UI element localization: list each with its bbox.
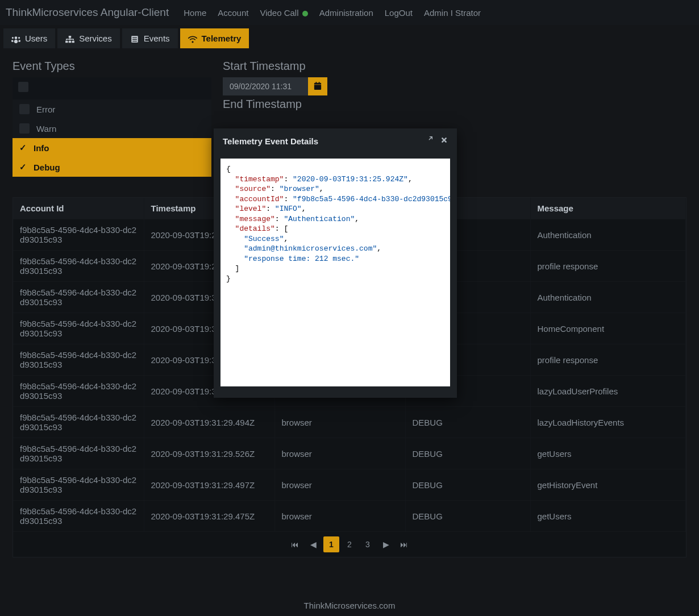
event-type-debug-label: Debug <box>34 163 60 172</box>
table-cell: getUsers <box>530 438 686 469</box>
pager-page-1[interactable]: 1 <box>323 536 339 552</box>
tab-users-label: Users <box>25 34 47 43</box>
event-type-all[interactable] <box>13 77 211 99</box>
tab-services[interactable]: Services <box>57 28 120 48</box>
table-cell: getUsers <box>530 501 686 532</box>
table-row[interactable]: f9b8c5a5-4596-4dc4-b330-dc2d93015c932020… <box>13 407 686 438</box>
table-cell: HomeComponent <box>530 313 686 344</box>
table-cell: 2020-09-03T19:31:29.475Z <box>144 501 274 532</box>
table-cell: DEBUG <box>405 438 530 469</box>
nav-administration[interactable]: Administration <box>315 5 378 21</box>
table-cell: Authentication <box>530 219 686 251</box>
list-icon <box>130 34 139 43</box>
event-type-info-label: Info <box>34 143 49 153</box>
table-cell: browser <box>274 407 405 438</box>
table-row[interactable]: f9b8c5a5-4596-4dc4-b330-dc2d93015c932020… <box>13 501 686 532</box>
top-navbar: ThinkMicroservices Angular-Client Home A… <box>0 0 699 25</box>
table-cell: f9b8c5a5-4596-4dc4-b330-dc2d93015c93 <box>13 251 144 282</box>
wifi-icon <box>188 34 197 43</box>
table-cell: profile response <box>530 251 686 282</box>
checkbox-icon <box>19 123 30 134</box>
nav-logout[interactable]: LogOut <box>380 5 417 21</box>
event-type-error[interactable]: Error <box>13 99 211 119</box>
admin-tabs: Users Services Events Telemetry <box>0 25 699 54</box>
modal-title: Telemetry Event Details <box>223 136 318 146</box>
event-type-warn-label: Warn <box>36 124 56 134</box>
table-cell: browser <box>274 501 405 532</box>
checkbox-icon <box>19 104 30 114</box>
checkbox-icon <box>18 82 28 92</box>
table-cell: browser <box>274 438 405 469</box>
tab-services-label: Services <box>79 34 112 43</box>
nav-account[interactable]: Account <box>213 5 253 21</box>
tab-telemetry-label: Telemetry <box>202 34 242 43</box>
nav-username[interactable]: Admin I Strator <box>419 5 485 21</box>
table-cell: f9b8c5a5-4596-4dc4-b330-dc2d93015c93 <box>13 376 144 407</box>
table-cell: f9b8c5a5-4596-4dc4-b330-dc2d93015c93 <box>13 344 144 376</box>
nav-video-call[interactable]: Video Call <box>255 5 312 21</box>
table-cell: Authentication <box>530 282 686 313</box>
event-type-debug[interactable]: ✓Debug <box>13 157 211 177</box>
tab-events-label: Events <box>144 34 170 43</box>
users-icon <box>11 34 20 43</box>
pager-next[interactable]: ▶ <box>378 536 394 552</box>
event-types-title: Event Types <box>13 60 211 73</box>
table-cell: f9b8c5a5-4596-4dc4-b330-dc2d93015c93 <box>13 469 144 501</box>
table-cell: DEBUG <box>405 407 530 438</box>
table-cell: lazyLoadUserProfiles <box>530 376 686 407</box>
pager-prev[interactable]: ◀ <box>305 536 321 552</box>
modal-json-body: { "timestamp": "2020-09-03T19:31:25.924Z… <box>220 159 450 386</box>
event-type-error-label: Error <box>36 105 55 114</box>
pager-first[interactable]: ⏮ <box>287 536 303 552</box>
table-cell: 2020-09-03T19:31:29.526Z <box>144 438 274 469</box>
event-types-list: Error Warn ✓Info ✓Debug <box>13 77 211 177</box>
start-timestamp-title: Start Timestamp <box>223 60 686 73</box>
footer-text: ThinkMicroservices.com <box>0 601 699 610</box>
close-icon[interactable] <box>440 136 448 146</box>
table-cell: f9b8c5a5-4596-4dc4-b330-dc2d93015c93 <box>13 438 144 469</box>
event-type-info[interactable]: ✓Info <box>13 138 211 157</box>
start-timestamp-picker-button[interactable] <box>308 77 327 95</box>
brand-title: ThinkMicroservices Angular-Client <box>6 6 179 19</box>
check-icon: ✓ <box>19 162 27 172</box>
th-message[interactable]: Message <box>530 198 686 219</box>
pager: ⏮ ◀ 1 2 3 ▶ ⏭ <box>13 532 686 557</box>
table-cell: DEBUG <box>405 469 530 501</box>
pager-page-3[interactable]: 3 <box>360 536 376 552</box>
pager-page-2[interactable]: 2 <box>342 536 357 552</box>
table-cell: f9b8c5a5-4596-4dc4-b330-dc2d93015c93 <box>13 313 144 344</box>
tab-users[interactable]: Users <box>3 28 55 48</box>
th-account[interactable]: Account Id <box>13 198 144 219</box>
calendar-icon <box>314 82 322 91</box>
table-cell: f9b8c5a5-4596-4dc4-b330-dc2d93015c93 <box>13 219 144 251</box>
event-type-warn[interactable]: Warn <box>13 119 211 138</box>
table-cell: f9b8c5a5-4596-4dc4-b330-dc2d93015c93 <box>13 501 144 532</box>
sitemap-icon <box>65 34 74 43</box>
table-cell: f9b8c5a5-4596-4dc4-b330-dc2d93015c93 <box>13 282 144 313</box>
nav-home[interactable]: Home <box>179 5 211 21</box>
table-row[interactable]: f9b8c5a5-4596-4dc4-b330-dc2d93015c932020… <box>13 469 686 501</box>
table-cell: f9b8c5a5-4596-4dc4-b330-dc2d93015c93 <box>13 407 144 438</box>
pager-last[interactable]: ⏭ <box>396 536 412 552</box>
table-cell: DEBUG <box>405 501 530 532</box>
tab-events[interactable]: Events <box>122 28 178 48</box>
table-cell: 2020-09-03T19:31:29.497Z <box>144 469 274 501</box>
telemetry-details-modal: Telemetry Event Details { "timestamp": "… <box>214 128 457 398</box>
table-row[interactable]: f9b8c5a5-4596-4dc4-b330-dc2d93015c932020… <box>13 438 686 469</box>
end-timestamp-title: End Timestamp <box>223 98 686 111</box>
table-cell: browser <box>274 469 405 501</box>
table-cell: lazyLoadHistoryEvents <box>530 407 686 438</box>
table-cell: profile response <box>530 344 686 376</box>
presence-dot-icon <box>302 11 308 16</box>
table-cell: getHistoryEvent <box>530 469 686 501</box>
maximize-icon[interactable] <box>425 136 432 146</box>
check-icon: ✓ <box>19 143 27 153</box>
start-timestamp-input[interactable] <box>223 77 308 95</box>
tab-telemetry[interactable]: Telemetry <box>180 28 249 48</box>
nav-video-call-label: Video Call <box>260 8 298 18</box>
table-cell: 2020-09-03T19:31:29.494Z <box>144 407 274 438</box>
